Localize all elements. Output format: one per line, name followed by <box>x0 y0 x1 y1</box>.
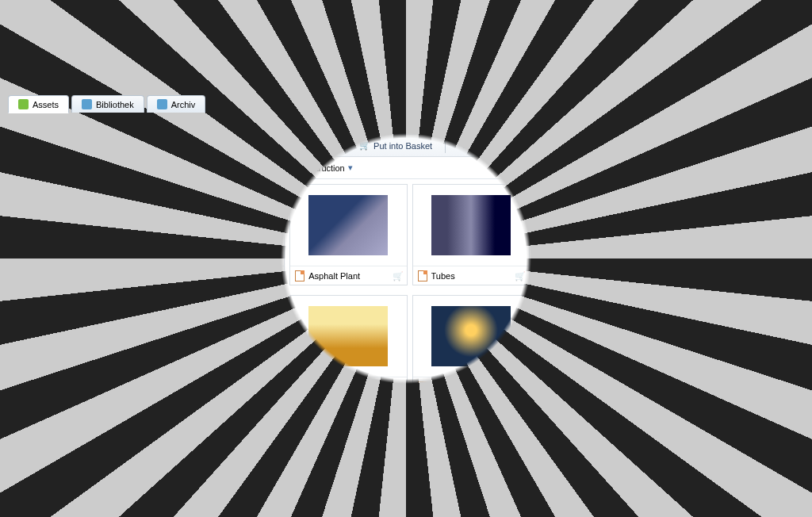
tab-bibliothek[interactable]: Bibliothek <box>71 95 144 113</box>
tab-label: Bibliothek <box>96 100 134 109</box>
tab-icon <box>157 99 167 109</box>
preview-image <box>665 140 805 258</box>
tab-label: Archiv <box>171 100 196 109</box>
tab-icon <box>18 99 29 109</box>
right-pane: Preview » Drying Drum Basket ⬇Download ✉… <box>657 113 812 517</box>
tab-assets[interactable]: Assets <box>8 95 69 113</box>
tab-archiv[interactable]: Archiv <box>147 95 206 113</box>
app-root: Picturepark AssetsBibliothekArchiv f.flu… <box>0 59 812 517</box>
tab-icon <box>82 99 92 109</box>
tab-label: Assets <box>33 100 59 109</box>
